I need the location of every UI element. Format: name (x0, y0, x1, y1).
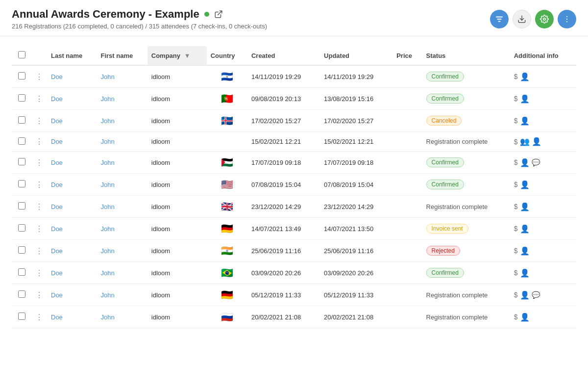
last-name-link[interactable]: Doe (51, 291, 63, 299)
last-name-cell: Doe (47, 174, 97, 196)
person-icon: 👤 (520, 116, 530, 126)
filter-button[interactable] (490, 10, 509, 28)
last-name-link[interactable]: Doe (51, 314, 63, 321)
row-checkbox-cell (12, 240, 31, 262)
status-badge: Confirmed (426, 72, 464, 81)
row-menu-cell[interactable]: ⋮ (31, 218, 47, 240)
updated-cell: 15/02/2021 12:21 (320, 132, 392, 152)
status-badge: Confirmed (426, 180, 464, 189)
header-country: Country (207, 46, 247, 65)
last-name-link[interactable]: Doe (51, 181, 63, 188)
info-icons: $👤 (514, 116, 572, 126)
svg-line-0 (218, 11, 221, 15)
last-name-link[interactable]: Doe (51, 73, 63, 80)
row-checkbox[interactable] (18, 116, 25, 124)
last-name-link[interactable]: Doe (51, 138, 63, 145)
external-link-icon[interactable] (214, 10, 223, 19)
last-name-link[interactable]: Doe (51, 203, 63, 210)
settings-button[interactable] (535, 10, 554, 28)
first-name-link[interactable]: John (100, 159, 114, 166)
dollar-icon: $ (514, 117, 518, 125)
first-name-link[interactable]: John (100, 314, 114, 321)
status-badge: Confirmed (426, 268, 464, 278)
first-name-link[interactable]: John (100, 203, 114, 210)
first-name-link[interactable]: John (100, 269, 114, 277)
row-menu-cell[interactable]: ⋮ (31, 65, 47, 88)
row-checkbox[interactable] (18, 202, 25, 209)
row-menu-cell[interactable]: ⋮ (31, 88, 47, 110)
company-cell: idloom (147, 196, 207, 218)
row-menu-cell[interactable]: ⋮ (31, 196, 47, 218)
row-menu-cell[interactable]: ⋮ (31, 132, 47, 152)
row-menu-cell[interactable]: ⋮ (31, 240, 47, 262)
row-checkbox[interactable] (18, 313, 25, 320)
header-checkbox-cell (12, 46, 31, 65)
last-name-link[interactable]: Doe (51, 247, 63, 255)
row-menu-cell[interactable]: ⋮ (31, 152, 47, 174)
created-cell: 25/06/2019 11:16 (247, 240, 320, 262)
row-checkbox[interactable] (18, 290, 25, 298)
row-menu-cell[interactable]: ⋮ (31, 306, 47, 328)
row-checkbox[interactable] (18, 268, 25, 276)
first-name-link[interactable]: John (100, 181, 114, 188)
dollar-icon: $ (514, 247, 518, 255)
header-price: Price (392, 46, 422, 65)
settings-icon (540, 15, 549, 24)
first-name-link[interactable]: John (100, 291, 114, 299)
table-row: ⋮ Doe John idloom 🇷🇺 20/02/2021 21:08 20… (12, 306, 576, 328)
person-icon: 👤 (520, 158, 530, 167)
row-menu-cell[interactable]: ⋮ (31, 174, 47, 196)
row-checkbox[interactable] (18, 224, 25, 232)
first-name-link[interactable]: John (100, 117, 114, 125)
country-cell: 🇩🇪 (207, 284, 247, 306)
table-row: ⋮ Doe John idloom 🇵🇸 17/07/2019 09:18 17… (12, 152, 576, 174)
first-name-cell: John (97, 240, 147, 262)
header-company[interactable]: Company ▼ (147, 46, 207, 65)
status-cell: Confirmed (422, 152, 510, 174)
additional-info-cell: $👥👤 (510, 132, 576, 152)
updated-cell: 07/08/2019 15:04 (320, 174, 392, 196)
status-badge: Registration complete (426, 314, 488, 321)
country-cell: 🇧🇷 (207, 262, 247, 284)
first-name-cell: John (97, 284, 147, 306)
header-title-row: Annual Awards Ceremony - Example (12, 8, 267, 21)
first-name-cell: John (97, 306, 147, 328)
more-button[interactable] (558, 10, 576, 28)
select-all-checkbox[interactable] (18, 51, 25, 58)
created-cell: 09/08/2019 20:13 (247, 88, 320, 110)
first-name-link[interactable]: John (100, 138, 114, 145)
first-name-cell: John (97, 132, 147, 152)
row-menu-cell[interactable]: ⋮ (31, 262, 47, 284)
row-checkbox[interactable] (18, 180, 25, 187)
first-name-link[interactable]: John (100, 225, 114, 233)
row-menu-cell[interactable]: ⋮ (31, 110, 47, 132)
download-button[interactable] (513, 10, 531, 28)
dollar-icon: $ (514, 158, 518, 166)
last-name-link[interactable]: Doe (51, 269, 63, 277)
last-name-link[interactable]: Doe (51, 95, 63, 103)
created-cell: 05/12/2019 11:33 (247, 284, 320, 306)
person-icon: 👤 (520, 224, 530, 234)
row-checkbox[interactable] (18, 137, 25, 145)
last-name-link[interactable]: Doe (51, 159, 63, 166)
last-name-link[interactable]: Doe (51, 117, 63, 125)
row-checkbox[interactable] (18, 158, 25, 165)
first-name-link[interactable]: John (100, 247, 114, 255)
header-subtitle: 216 Registrations (216 completed, 0 canc… (12, 23, 267, 30)
info-icons: $👤 (514, 202, 572, 211)
row-menu-cell[interactable]: ⋮ (31, 284, 47, 306)
header-left: Annual Awards Ceremony - Example 216 Reg… (12, 8, 267, 30)
first-name-link[interactable]: John (100, 95, 114, 103)
country-cell: 🇵🇹 (207, 88, 247, 110)
row-checkbox-cell (12, 110, 31, 132)
country-cell: 🇸🇻 (207, 65, 247, 88)
updated-cell: 25/06/2019 11:16 (320, 240, 392, 262)
row-checkbox[interactable] (18, 72, 25, 79)
first-name-link[interactable]: John (100, 73, 114, 80)
status-badge: Registration complete (426, 138, 488, 145)
row-checkbox[interactable] (18, 246, 25, 254)
row-checkbox-cell (12, 306, 31, 328)
last-name-cell: Doe (47, 196, 97, 218)
row-checkbox[interactable] (18, 94, 25, 102)
last-name-link[interactable]: Doe (51, 225, 63, 233)
